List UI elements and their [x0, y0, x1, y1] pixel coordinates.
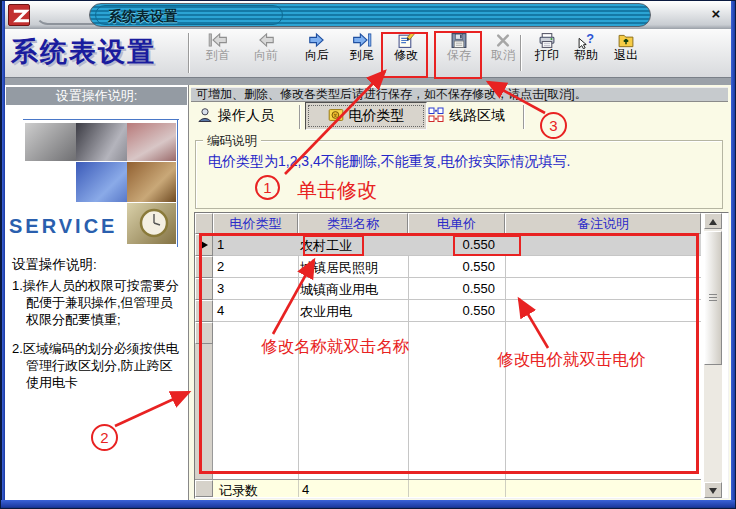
exit-button[interactable]: 退出: [605, 31, 647, 75]
first-record-button[interactable]: 到首: [197, 31, 239, 75]
person-icon: [197, 107, 213, 123]
help-cursor-icon: ?: [576, 32, 596, 49]
annotation-name-hint: 修改名称就双击名称: [261, 336, 410, 358]
exit-folder-icon: [616, 32, 636, 49]
vertical-scrollbar[interactable]: [704, 213, 722, 498]
column-header-name[interactable]: 类型名称: [298, 213, 408, 234]
column-header-note[interactable]: 备注说明: [505, 213, 701, 234]
svg-text:?: ?: [586, 32, 594, 46]
annotation-price-hint: 修改电价就双击电价: [497, 349, 646, 371]
scroll-down-icon: [709, 488, 717, 494]
app-logo-icon: [8, 4, 30, 26]
service-text: SERVICE: [9, 215, 117, 238]
grid-column-line: [505, 480, 506, 497]
next-record-button[interactable]: 向后: [296, 31, 338, 75]
photo-keyboard: [76, 162, 127, 202]
step-3-badge: 3: [540, 112, 567, 139]
coin-icon: [328, 106, 344, 122]
grid-corner-stub: [195, 213, 213, 234]
highlight-box-save: [434, 31, 482, 79]
grid-column-line: [298, 480, 299, 497]
coding-groupbox-title: 编码说明: [203, 133, 261, 150]
coding-groupbox: 电价类型为1,2,3,4不能删除,不能重复,电价按实际情况填写.: [195, 140, 723, 209]
scroll-up-button[interactable]: [704, 213, 722, 229]
grid-footer: 记录数 4: [195, 479, 701, 497]
scrollbar-thumb[interactable]: [704, 231, 722, 365]
step-1-badge: 1: [255, 175, 280, 200]
page-title: 系统表设置: [11, 34, 156, 70]
cancel-x-icon: [493, 32, 513, 49]
tab-operators[interactable]: 操作人员: [197, 104, 274, 129]
app-window: 系统表设置 × 系统表设置 到首 向前 向后 到尾 修改 保存: [0, 0, 736, 509]
photo-leather: [127, 162, 176, 202]
tab-line-regions[interactable]: 线路区域: [428, 104, 505, 129]
info-bar: 可增加、删除、修改各类型后请进行保存，如不保存修改，请点击[取消]。: [191, 87, 728, 102]
service-collage: SERVICE: [7, 109, 185, 264]
print-button[interactable]: 打印: [526, 31, 568, 75]
last-arrow-icon: [352, 32, 372, 49]
last-record-button[interactable]: 到尾: [341, 31, 383, 75]
thumb-grip-icon: [709, 294, 717, 302]
footer-stub: [195, 480, 213, 497]
scroll-up-icon: [709, 219, 717, 225]
window-border: [1, 500, 736, 509]
sidebar-header: 设置操作说明:: [6, 87, 187, 105]
title-bar: 系统表设置 ×: [5, 1, 731, 29]
tab-price-types[interactable]: 电价类型: [305, 102, 427, 130]
cancel-button[interactable]: 取消: [482, 31, 524, 75]
next-arrow-icon: [307, 32, 327, 49]
window-title: 系统表设置: [108, 8, 178, 26]
tab-separator: [523, 105, 525, 129]
grid-column-line: [408, 480, 409, 497]
sidebar-instruction-2: 2.区域编码的划分必须按供电管理行政区划分,防止跨区使用电卡: [12, 340, 185, 391]
toolbar-separator: [5, 77, 731, 85]
toolbar-divider: [520, 35, 522, 71]
collage-line: [177, 119, 178, 247]
first-arrow-icon: [208, 32, 228, 49]
photo-tools: [25, 123, 76, 161]
tab-separator: [299, 105, 301, 129]
highlight-box-modify: [381, 32, 428, 78]
regions-icon: [428, 107, 444, 123]
column-header-type[interactable]: 电价类型: [213, 213, 298, 234]
help-button[interactable]: ? 帮助: [565, 31, 607, 75]
window-border: [731, 1, 736, 509]
close-button[interactable]: ×: [705, 5, 727, 25]
column-header-price[interactable]: 电单价: [408, 213, 505, 234]
annotation-click-modify: 单击修改: [297, 177, 377, 204]
photo-pens: [127, 123, 176, 161]
titlebar-band: 系统表设置: [89, 3, 651, 27]
prev-arrow-icon: [256, 32, 276, 49]
window-border: [1, 1, 5, 509]
step-2-badge: 2: [91, 424, 118, 451]
toolbar-divider: [188, 33, 190, 73]
photo-pen: [76, 123, 127, 161]
collage-line: [23, 119, 179, 120]
prev-record-button[interactable]: 向前: [245, 31, 287, 75]
record-count-value: 4: [302, 482, 309, 497]
printer-icon: [537, 32, 557, 49]
record-count-label: 记录数: [219, 482, 258, 500]
coding-note: 电价类型为1,2,3,4不能删除,不能重复,电价按实际情况填写.: [208, 153, 570, 171]
photo-watch: [127, 203, 176, 244]
scroll-down-button[interactable]: [704, 482, 722, 498]
sidebar-instructions-title: 设置操作说明:: [12, 256, 185, 273]
toolbar: 系统表设置 到首 向前 向后 到尾 修改 保存 取消: [5, 29, 731, 77]
sidebar-instruction-1: 1.操作人员的权限可按需要分配便于兼职操作,但管理员权限分配要慎重;: [12, 277, 185, 328]
